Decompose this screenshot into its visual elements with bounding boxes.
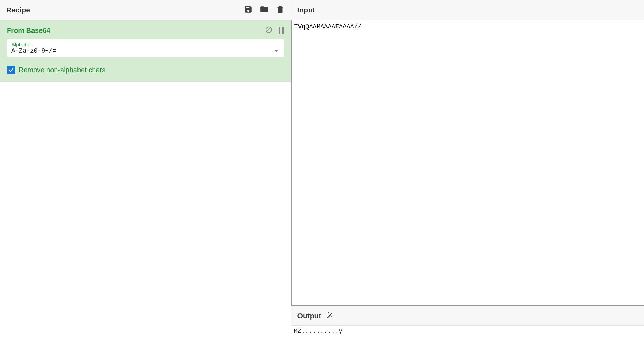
alphabet-label: Alphabet [11,42,279,47]
remove-nonalpha-label: Remove non-alphabet chars [19,66,105,74]
input-textarea[interactable] [291,20,644,306]
disable-icon[interactable] [265,26,273,35]
alphabet-select[interactable]: Alphabet A-Za-z0-9+/= [7,39,284,57]
operation-from-base64: From Base64 Alphabet A-Za-z0-9+/= [0,20,291,82]
output-content: MZ..........ÿ [291,326,644,338]
save-icon[interactable] [244,5,253,15]
folder-icon[interactable] [260,5,269,15]
operation-name: From Base64 [7,27,50,35]
input-title: Input [297,6,315,14]
output-header: Output [291,306,644,326]
trash-icon[interactable] [276,5,285,15]
alphabet-value: A-Za-z0-9+/= [11,47,56,54]
pause-icon[interactable] [279,27,284,34]
magic-icon[interactable] [326,311,334,321]
chevron-down-icon [275,50,278,52]
remove-nonalpha-checkbox[interactable] [7,66,15,74]
output-title: Output [297,312,321,320]
svg-line-1 [267,28,270,32]
recipe-header: Recipe [0,0,291,20]
recipe-title: Recipe [6,6,30,14]
input-header: Input [291,0,644,20]
